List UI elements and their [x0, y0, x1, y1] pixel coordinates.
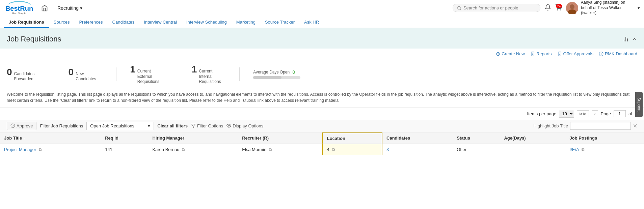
stat-divider-3: [178, 67, 178, 81]
page-input[interactable]: [614, 110, 626, 117]
nav-item-interview-central[interactable]: Interview Central: [139, 17, 182, 28]
stat-average-days: Average Days Open 0: [253, 69, 300, 79]
col-header-candidates[interactable]: Candidates: [382, 133, 453, 144]
candidates-forwarded-num: 0: [7, 67, 12, 78]
col-header-recruiter[interactable]: Recruiter (R): [238, 133, 322, 144]
col-header-age-days[interactable]: Age(Days): [500, 133, 565, 144]
filter-value: Open Job Requisitions: [90, 123, 134, 128]
nav-item-source-tracker[interactable]: Source Tracker: [260, 17, 299, 28]
stat-divider-4: [239, 67, 240, 81]
col-header-status[interactable]: Status: [453, 133, 500, 144]
stat-divider-1: [55, 67, 55, 81]
page-title: Job Requisitions: [7, 35, 61, 43]
nav-item-marketing[interactable]: Marketing: [232, 17, 260, 28]
nav-item-ask-hr[interactable]: Ask HR: [299, 17, 324, 28]
new-candidates-label: New Candidates: [76, 71, 103, 82]
svg-point-2: [558, 10, 558, 10]
stat-candidates-forwarded: 0 Candidates Forwarded: [7, 67, 41, 82]
cell-job-title: Project Manager ⧉: [0, 144, 101, 155]
nav-item-candidates[interactable]: Candidates: [108, 17, 139, 28]
display-options-label: Display Options: [233, 123, 263, 128]
support-tab[interactable]: Support: [635, 92, 643, 117]
user-menu[interactable]: Aanya Sing (sfadmin) on behalf of Tessa …: [566, 0, 640, 16]
col-header-location[interactable]: Location: [323, 133, 382, 144]
reports-label: Reports: [536, 51, 552, 56]
svg-point-5: [570, 4, 574, 9]
bell-icon: [544, 4, 551, 11]
current-external-label: Current External Requisitions: [137, 69, 164, 85]
recruiter-action-icon[interactable]: ⧉: [269, 147, 272, 152]
candidates-link[interactable]: 3: [386, 147, 389, 152]
create-new-button[interactable]: ⊕ Create New: [496, 51, 525, 57]
candidates-forwarded-label: Candidates Forwarded: [14, 71, 41, 82]
stat-current-internal: 1 Current Internal Requisitions: [192, 64, 226, 85]
job-postings-link[interactable]: I/E/A: [570, 147, 579, 152]
current-internal-label: Current Internal Requisitions: [199, 69, 226, 85]
approve-button[interactable]: Approve: [7, 122, 36, 130]
highlight-input[interactable]: [570, 122, 631, 130]
filter-dropdown[interactable]: Open Job Requisitions ▾: [86, 122, 154, 130]
nav-item-job-requisitions[interactable]: Job Requisitions: [4, 17, 49, 28]
job-postings-action-icon[interactable]: ⧉: [582, 147, 585, 152]
hiring-manager-action-icon[interactable]: ⧉: [182, 147, 185, 152]
cell-req-id: 141: [101, 144, 148, 155]
page-header: Job Requisitions: [0, 28, 644, 49]
stat-current-external: 1 Current External Requisitions: [130, 64, 164, 85]
col-header-job-postings[interactable]: Job Postings: [566, 133, 644, 144]
filter-chevron-icon: ▾: [148, 123, 150, 128]
rmk-dashboard-label: RMK Dashboard: [605, 51, 637, 56]
rmk-dashboard-button[interactable]: RMK Dashboard: [599, 51, 637, 56]
data-table-container: Job Title ↑ Req Id Hiring Manager Recrui…: [0, 132, 644, 155]
filter-options-button[interactable]: Filter Options: [191, 123, 223, 128]
search-bar[interactable]: [453, 4, 540, 12]
col-header-hiring-manager[interactable]: Hiring Manager: [148, 133, 238, 144]
approve-label: Approve: [17, 123, 33, 128]
toolbar-row: ⊕ Create New Reports Offer Approvals RMK…: [0, 49, 644, 59]
job-title-link[interactable]: Project Manager: [4, 147, 36, 152]
search-input[interactable]: [463, 5, 536, 10]
search-icon: [457, 6, 461, 10]
clear-highlight-button[interactable]: ✕: [633, 123, 637, 129]
chevron-down-icon: ▾: [80, 5, 82, 11]
cell-hiring-manager: Karen Bernau ⧉: [148, 144, 238, 155]
col-header-job-title[interactable]: Job Title ↑: [0, 133, 101, 144]
nav-item-sources[interactable]: Sources: [49, 17, 75, 28]
bar-chart-icon[interactable]: [622, 36, 629, 42]
svg-point-3: [561, 10, 561, 10]
new-candidates-num: 0: [69, 67, 74, 78]
reports-icon: [530, 52, 535, 56]
display-options-button[interactable]: Display Options: [226, 123, 263, 128]
job-title-action-icon[interactable]: ⧉: [39, 147, 42, 152]
clear-filters-button[interactable]: Clear all filters: [157, 123, 188, 128]
cart-button[interactable]: 24: [555, 4, 562, 12]
reports-button[interactable]: Reports: [530, 51, 552, 56]
col-header-req-id[interactable]: Req Id: [101, 133, 148, 144]
brand-name: BestRun: [5, 5, 33, 12]
location-action-icon[interactable]: ⧉: [332, 147, 335, 152]
current-external-num: 1: [130, 64, 135, 75]
rmk-icon: [599, 52, 603, 56]
offer-approvals-icon: [557, 52, 562, 56]
highlight-label: Highlight Job Title: [533, 123, 568, 128]
module-selector[interactable]: Recruiting ▾: [55, 4, 85, 12]
table-row: Project Manager ⧉ 141 Karen Bernau ⧉ Els…: [0, 144, 644, 155]
average-days-num: 0: [292, 69, 295, 75]
cell-location: 4 ⧉: [323, 144, 382, 155]
notifications-button[interactable]: [544, 4, 551, 12]
svg-line-1: [460, 9, 461, 9]
brand-tagline: Run Simple: [12, 12, 26, 15]
nav-item-preferences[interactable]: Preferences: [74, 17, 107, 28]
nav-item-interview-scheduling[interactable]: Interview Scheduling: [182, 17, 232, 28]
create-new-label: Create New: [502, 51, 525, 56]
home-button[interactable]: [38, 3, 51, 13]
prev-page-button[interactable]: ‹: [592, 110, 598, 117]
offer-approvals-button[interactable]: Offer Approvals: [557, 51, 593, 56]
filter-options-label: Filter Options: [197, 123, 223, 128]
stat-new-candidates: 0 New Candidates: [69, 67, 103, 82]
highlight-section: Highlight Job Title ✕: [533, 122, 637, 130]
items-per-page-select[interactable]: 10 25 50: [559, 110, 574, 118]
data-table: Job Title ↑ Req Id Hiring Manager Recrui…: [0, 132, 644, 155]
page-of-label: of: [628, 111, 632, 116]
collapse-icon[interactable]: [632, 36, 637, 42]
first-page-button[interactable]: ⊳⊳: [577, 110, 589, 117]
